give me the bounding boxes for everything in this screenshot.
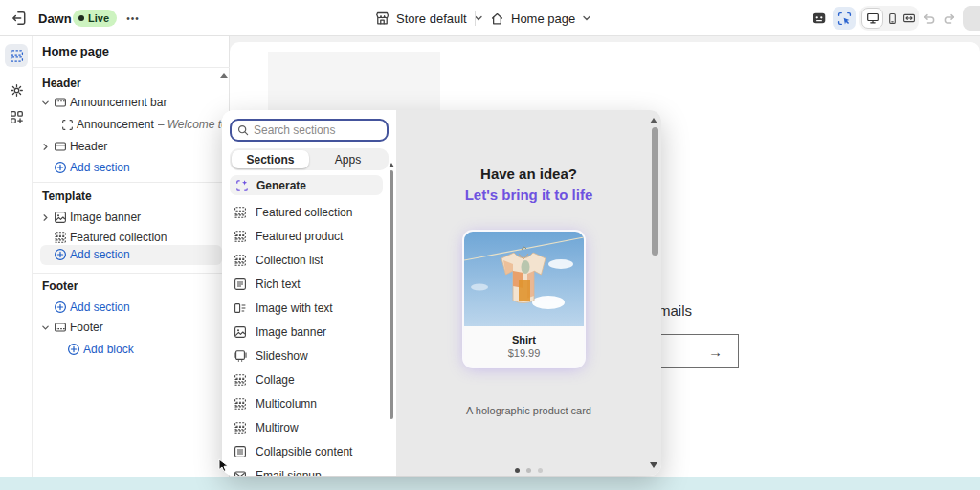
preview-scroll-up-icon[interactable] [650, 118, 657, 123]
store-icon [375, 11, 390, 26]
search-input[interactable] [254, 123, 368, 137]
fullwidth-preview-button[interactable] [902, 8, 917, 29]
product-price: $19.99 [508, 347, 541, 359]
add-section-button-template-active[interactable]: Add section [40, 245, 222, 265]
list-scrollbar[interactable] [390, 170, 393, 419]
image-with-text-icon [234, 301, 247, 315]
preview-scroll-down-icon[interactable] [650, 462, 657, 468]
desktop-icon [866, 11, 880, 25]
chevron-down-icon [38, 323, 52, 332]
image-placeholder [268, 52, 440, 115]
list-scroll-up-icon[interactable] [389, 163, 394, 167]
store-selector-label: Store default [396, 11, 467, 26]
section-list: Featured collection Featured product Col… [226, 200, 387, 476]
live-status-badge: Live [73, 10, 117, 27]
header-section-icon [52, 140, 69, 153]
plus-circle-icon [65, 343, 82, 356]
add-section-popup: Sections Apps Generate Featured collecti… [222, 110, 661, 476]
tree-item-footer[interactable]: Footer [38, 319, 103, 336]
tree-item-featured-collection[interactable]: Featured collection [52, 229, 167, 246]
featured-product-icon [234, 230, 247, 243]
section-item-collapsible-content[interactable]: Collapsible content [226, 439, 387, 463]
home-icon [490, 11, 504, 26]
chevron-down-icon [582, 13, 591, 23]
redo-icon [943, 11, 957, 26]
exit-editor-button[interactable] [8, 7, 31, 30]
group-label-template: Template [42, 189, 92, 203]
section-item-collage[interactable]: Collage [226, 368, 387, 391]
mouse-cursor [218, 458, 231, 473]
pager-dot[interactable] [526, 468, 531, 473]
collapsible-content-icon [234, 445, 247, 458]
rail-theme-settings-button[interactable] [5, 78, 28, 101]
add-section-button-header[interactable]: Add section [52, 159, 130, 176]
announcement-bar-icon [52, 96, 69, 109]
theme-assistant-button[interactable] [808, 7, 831, 30]
tab-sections[interactable]: Sections [232, 150, 309, 168]
pager-dot-active[interactable] [515, 468, 520, 473]
preview-scrollbar[interactable] [652, 127, 658, 256]
page-selector-label: Home page [511, 11, 575, 26]
section-item-email-signup[interactable]: Email signup [226, 463, 387, 476]
product-card-footer: Shirt $19.99 [464, 326, 584, 367]
tree-item-image-banner[interactable]: Image banner [38, 209, 141, 226]
store-selector-dropdown[interactable]: Store default [375, 0, 483, 36]
generate-section-item[interactable]: Generate [230, 175, 383, 195]
undo-button[interactable] [919, 9, 938, 28]
slideshow-icon [234, 349, 247, 363]
section-item-featured-collection[interactable]: Featured collection [226, 200, 387, 224]
collage-icon [234, 373, 247, 387]
idea-headline: Have an idea? [396, 166, 661, 182]
page-selector-dropdown[interactable]: Home page [490, 0, 591, 36]
add-block-button-footer[interactable]: Add block [65, 341, 134, 358]
sections-panel: Home page Header Announcement bar Announ… [33, 36, 230, 490]
plus-circle-icon [52, 161, 69, 174]
group-label-footer: Footer [42, 279, 78, 293]
save-button[interactable] [963, 6, 980, 31]
tree-item-announcement-block[interactable]: Announcement – Welcome to ou... [58, 116, 238, 133]
plus-circle-icon [52, 248, 69, 261]
submit-arrow-button[interactable]: → [708, 344, 723, 360]
tree-item-label: Featured collection [70, 231, 167, 244]
redo-button[interactable] [940, 9, 959, 28]
search-icon [237, 124, 249, 136]
tree-item-label: Image banner [70, 211, 141, 224]
section-item-multicolumn[interactable]: Multicolumn [226, 391, 387, 415]
topbar-divider [475, 11, 476, 26]
inspect-sections-toggle[interactable] [833, 7, 856, 30]
apps-icon [10, 110, 24, 124]
section-item-slideshow[interactable]: Slideshow [226, 344, 387, 368]
add-section-button-footer[interactable]: Add section [52, 299, 130, 316]
featured-collection-icon [52, 231, 69, 244]
theme-name: Dawn [38, 0, 72, 36]
rail-sections-button[interactable] [5, 44, 28, 67]
popup-tabs: Sections Apps [230, 148, 389, 170]
section-item-image-with-text[interactable]: Image with text [226, 296, 387, 320]
rail-apps-button[interactable] [5, 105, 28, 128]
tab-apps[interactable]: Apps [309, 150, 387, 168]
mobile-preview-button[interactable] [885, 8, 900, 29]
panel-title: Home page [42, 44, 109, 58]
multicolumn-icon [234, 397, 247, 411]
gear-icon [10, 83, 24, 98]
chevron-down-icon [38, 99, 52, 107]
pager-dot[interactable] [538, 468, 543, 473]
featured-collection-icon [234, 206, 247, 219]
more-options-button[interactable]: ••• [121, 7, 145, 30]
block-icon [58, 119, 76, 131]
collection-list-icon [234, 254, 247, 267]
section-item-multirow[interactable]: Multirow [226, 415, 387, 439]
tree-item-label: Announcement [77, 118, 154, 131]
select-cursor-icon [837, 11, 852, 26]
pager-dots [396, 468, 661, 473]
desktop-preview-button[interactable] [861, 8, 883, 29]
section-item-image-banner[interactable]: Image banner [226, 320, 387, 344]
panel-scroll-up-icon[interactable] [220, 73, 228, 78]
tree-item-header[interactable]: Header [38, 138, 107, 155]
section-item-collection-list[interactable]: Collection list [226, 248, 387, 272]
device-preview-segmented-control [859, 6, 919, 31]
section-item-rich-text[interactable]: Rich text [226, 272, 387, 296]
mobile-icon [886, 12, 899, 25]
section-item-featured-product[interactable]: Featured product [226, 224, 387, 248]
tree-item-announcement-bar[interactable]: Announcement bar [38, 94, 167, 111]
